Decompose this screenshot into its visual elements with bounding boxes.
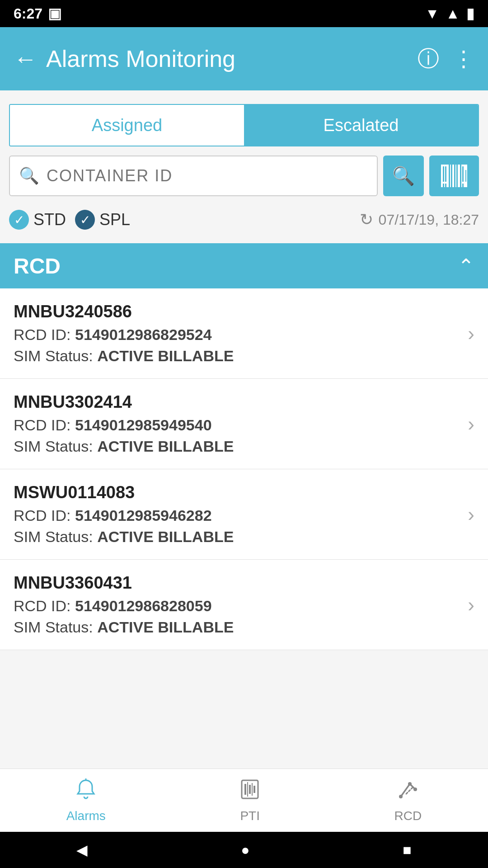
chip-std[interactable]: ✓ STD [9, 210, 66, 230]
status-time: 6:27 [14, 5, 42, 22]
menu-button[interactable]: ⋮ [453, 46, 474, 71]
nav-item-rcd[interactable]: RCD [394, 778, 422, 823]
alarms-label: Alarms [66, 809, 106, 823]
search-icon-small: 🔍 [19, 166, 39, 185]
filter-chips: ✓ STD ✓ SPL [9, 210, 130, 230]
svg-point-27 [399, 795, 403, 798]
spl-check-icon: ✓ [75, 210, 95, 230]
wifi-icon: ▼ [425, 5, 440, 22]
search-icon: 🔍 [392, 165, 415, 187]
svg-rect-8 [464, 165, 465, 187]
info-button[interactable]: ⓘ [418, 44, 439, 73]
back-button[interactable]: ← [14, 45, 37, 72]
list-item-content-0: MNBU3240586 RCD ID: 5149012986829524 SIM… [14, 302, 459, 365]
svg-line-25 [401, 784, 410, 797]
timestamp: ↻ 07/17/19, 18:27 [360, 210, 479, 229]
svg-rect-11 [441, 165, 443, 170]
svg-rect-4 [452, 165, 454, 187]
list-item-content-1: MNBU3302414 RCD ID: 5149012985949540 SIM… [14, 392, 459, 455]
list-item[interactable]: MNBU3302414 RCD ID: 5149012985949540 SIM… [0, 379, 488, 469]
svg-rect-7 [461, 165, 462, 187]
list-item[interactable]: MNBU3360431 RCD ID: 5149012986828059 SIM… [0, 560, 488, 650]
pti-icon [238, 778, 262, 806]
rcd-id-row-2: RCD ID: 5149012985946282 [14, 507, 459, 524]
battery-icon: ▮ [466, 5, 474, 22]
page-title: Alarms Monitoring [46, 45, 235, 72]
list-item[interactable]: MNBU3240586 RCD ID: 5149012986829524 SIM… [0, 288, 488, 379]
bottom-nav: Alarms PTI RCD [0, 769, 488, 832]
search-input[interactable] [47, 166, 368, 185]
chevron-right-icon-0: › [468, 322, 474, 345]
android-home-button[interactable]: ● [241, 842, 249, 859]
svg-rect-2 [446, 165, 449, 187]
svg-rect-20 [244, 784, 246, 795]
svg-point-28 [408, 782, 412, 786]
chevron-right-icon-3: › [468, 594, 474, 616]
list-item[interactable]: MSWU0114083 RCD ID: 5149012985946282 SIM… [0, 469, 488, 560]
svg-rect-23 [252, 783, 253, 796]
svg-rect-5 [455, 165, 456, 187]
std-check-icon: ✓ [9, 210, 29, 230]
svg-rect-24 [253, 786, 255, 793]
rcd-id-row-0: RCD ID: 5149012986829524 [14, 326, 459, 344]
rcd-label: RCD [394, 809, 422, 823]
pti-label: PTI [240, 809, 260, 823]
container-name-0: MNBU3240586 [14, 302, 459, 321]
svg-rect-17 [465, 182, 467, 187]
android-back-button[interactable]: ◀ [76, 841, 88, 859]
svg-rect-15 [441, 182, 443, 187]
android-nav: ◀ ● ■ [0, 832, 488, 868]
svg-rect-22 [249, 785, 251, 794]
list-container: MNBU3240586 RCD ID: 5149012986829524 SIM… [0, 288, 488, 650]
refresh-icon[interactable]: ↻ [360, 210, 373, 229]
rcd-id-row-1: RCD ID: 5149012985949540 [14, 416, 459, 434]
sim-status-row-0: SIM Status: ACTIVE BILLABLE [14, 347, 459, 365]
container-name-3: MNBU3360431 [14, 573, 459, 593]
svg-rect-13 [465, 165, 467, 170]
barcode-scan-button[interactable] [429, 156, 479, 196]
rcd-id-row-3: RCD ID: 5149012986828059 [14, 597, 459, 615]
rcd-icon [396, 778, 420, 806]
alarm-icon [74, 778, 98, 806]
search-button[interactable]: 🔍 [383, 156, 424, 196]
section-collapse-icon[interactable]: ⌃ [458, 255, 474, 278]
container-name-2: MSWU0114083 [14, 483, 459, 502]
nav-item-pti[interactable]: PTI [238, 778, 262, 823]
svg-rect-21 [247, 782, 248, 797]
android-recent-button[interactable]: ■ [403, 842, 411, 859]
svg-rect-1 [444, 165, 445, 187]
section-title: RCD [14, 254, 61, 278]
nav-item-alarms[interactable]: Alarms [66, 778, 106, 823]
chevron-right-icon-1: › [468, 413, 474, 435]
svg-point-29 [413, 788, 417, 791]
sim-icon: ▣ [48, 5, 61, 22]
chevron-right-icon-2: › [468, 503, 474, 526]
signal-icon: ▲ [446, 5, 460, 22]
search-bar: 🔍 🔍 [9, 156, 479, 196]
section-header-rcd[interactable]: RCD ⌃ [0, 243, 488, 288]
search-input-wrapper: 🔍 [9, 156, 378, 196]
barcode-icon [441, 165, 467, 187]
svg-rect-6 [458, 165, 460, 187]
tab-bar: Assigned Escalated [9, 104, 479, 146]
app-bar: ← Alarms Monitoring ⓘ ⋮ [0, 27, 488, 90]
tab-escalated[interactable]: Escalated [244, 105, 478, 146]
sim-status-row-3: SIM Status: ACTIVE BILLABLE [14, 618, 459, 636]
list-item-content-2: MSWU0114083 RCD ID: 5149012985946282 SIM… [14, 483, 459, 546]
svg-rect-3 [450, 165, 451, 187]
tab-assigned[interactable]: Assigned [10, 105, 244, 146]
list-item-content-3: MNBU3360431 RCD ID: 5149012986828059 SIM… [14, 573, 459, 636]
filter-row: ✓ STD ✓ SPL ↻ 07/17/19, 18:27 [9, 205, 479, 234]
sim-status-row-2: SIM Status: ACTIVE BILLABLE [14, 528, 459, 546]
container-name-1: MNBU3302414 [14, 392, 459, 412]
chip-spl[interactable]: ✓ SPL [75, 210, 130, 230]
status-bar: 6:27 ▣ ▼ ▲ ▮ [0, 0, 488, 27]
sim-status-row-1: SIM Status: ACTIVE BILLABLE [14, 438, 459, 455]
